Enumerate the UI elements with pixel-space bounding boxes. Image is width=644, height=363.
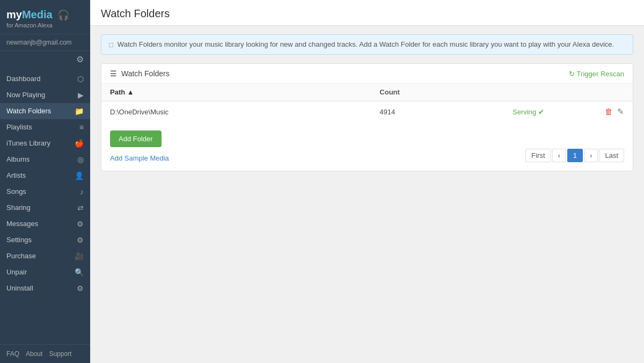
col-path-label: Path	[110, 88, 125, 96]
sidebar-item-icon-albums: ◎	[77, 155, 84, 164]
sidebar-item-label-sharing: Sharing	[6, 204, 77, 212]
sidebar-item-label-artists: Artists	[6, 171, 75, 179]
row-path: D:\OneDrive\Music	[101, 101, 371, 122]
sidebar-item-icon-itunes-library: 🍎	[75, 139, 84, 148]
info-box: □ Watch Folders monitor your music libra…	[101, 34, 633, 55]
sidebar-item-label-now-playing: Now Playing	[6, 91, 78, 99]
pagination-next[interactable]: ›	[584, 149, 598, 162]
sidebar-item-icon-playlists: ≡	[79, 123, 84, 132]
row-actions: 🗑 ✎	[590, 101, 633, 122]
info-folder-icon: □	[109, 41, 113, 49]
settings-adjust-row: ⚙︎	[0, 51, 90, 68]
sidebar-item-label-purchase: Purchase	[6, 252, 75, 260]
sidebar-item-icon-uninstall: ⚙	[77, 284, 84, 293]
col-count-header[interactable]: Count	[371, 84, 504, 101]
add-folder-button[interactable]: Add Folder	[110, 130, 162, 147]
nav-items: Dashboard ⬡ Now Playing ▶ Watch Folders …	[0, 68, 90, 344]
sidebar-item-albums[interactable]: Albums ◎	[0, 151, 90, 168]
footer-support[interactable]: Support	[49, 350, 71, 358]
card-footer-actions: Add Folder Add Sample Media First ‹ 1 › …	[101, 122, 633, 171]
sidebar-item-label-unpair: Unpair	[6, 268, 75, 276]
sidebar-item-playlists[interactable]: Playlists ≡	[0, 119, 90, 135]
logo-media: Media	[22, 9, 53, 20]
sidebar-item-icon-artists: 👤	[75, 171, 84, 180]
user-email: newmanjb@gmail.com	[6, 39, 72, 46]
sidebar-item-label-watch-folders: Watch Folders	[6, 107, 75, 115]
table-row: D:\OneDrive\Music 4914 Serving ✔ 🗑 ✎	[101, 101, 633, 122]
delete-folder-icon[interactable]: 🗑	[605, 107, 613, 117]
info-message: Watch Folders monitor your music library…	[118, 40, 614, 48]
sidebar-item-now-playing[interactable]: Now Playing ▶	[0, 87, 90, 103]
sidebar-item-sharing[interactable]: Sharing ⇄	[0, 200, 90, 216]
footer-about[interactable]: About	[26, 350, 42, 358]
footer-faq[interactable]: FAQ	[6, 350, 19, 358]
page-title: Watch Folders	[101, 8, 633, 20]
content-area: □ Watch Folders monitor your music libra…	[90, 26, 644, 188]
sidebar-item-label-settings: Settings	[6, 236, 77, 244]
sidebar-item-icon-purchase: 🎥	[75, 252, 84, 260]
sidebar-item-label-dashboard: Dashboard	[6, 75, 77, 83]
sidebar-item-icon-unpair: 🔍	[75, 268, 84, 277]
pagination-first[interactable]: First	[525, 149, 551, 162]
logo-area: myMedia 🎧 for Amazon Alexa	[0, 0, 90, 34]
row-status: Serving ✔	[504, 101, 590, 122]
add-sample-media-link[interactable]: Add Sample Media	[110, 154, 169, 162]
row-count: 4914	[371, 101, 504, 122]
sidebar-item-icon-sharing: ⇄	[77, 204, 84, 212]
sidebar-item-itunes-library[interactable]: iTunes Library 🍎	[0, 135, 90, 151]
page-header: Watch Folders	[90, 0, 644, 26]
sidebar-item-icon-settings: ⚙	[77, 236, 84, 244]
add-actions: Add Folder Add Sample Media	[101, 124, 178, 169]
sidebar-item-label-messages: Messages	[6, 220, 77, 228]
sidebar-item-settings[interactable]: Settings ⚙	[0, 232, 90, 248]
serving-badge: Serving ✔	[513, 108, 581, 116]
logo-text: myMedia 🎧 for Amazon Alexa	[6, 9, 69, 28]
sidebar-item-label-itunes-library: iTunes Library	[6, 139, 75, 147]
col-path-header[interactable]: Path ▲	[101, 84, 371, 101]
pagination-current[interactable]: 1	[567, 149, 583, 162]
sidebar-item-watch-folders[interactable]: Watch Folders 📁	[0, 103, 90, 119]
adjust-icon[interactable]: ⚙︎	[76, 54, 84, 64]
trigger-rescan-label: Trigger Rescan	[577, 70, 624, 78]
sidebar-item-icon-messages: ⚙	[77, 220, 84, 228]
logo-subtitle: for Amazon Alexa	[6, 22, 69, 28]
col-count-label: Count	[379, 88, 400, 96]
sidebar-item-dashboard[interactable]: Dashboard ⬡	[0, 71, 90, 87]
main-content: Watch Folders □ Watch Folders monitor yo…	[90, 0, 644, 363]
watch-folders-card: ☰ Watch Folders ↻ Trigger Rescan Path ▲	[101, 63, 633, 171]
card-title: Watch Folders	[121, 69, 170, 78]
sidebar-item-artists[interactable]: Artists 👤	[0, 168, 90, 184]
sidebar-item-messages[interactable]: Messages ⚙	[0, 216, 90, 232]
card-folder-icon: ☰	[110, 69, 117, 78]
rescan-icon: ↻	[569, 70, 575, 78]
sidebar: myMedia 🎧 for Amazon Alexa newmanjb@gmai…	[0, 0, 90, 363]
pagination-last[interactable]: Last	[599, 149, 624, 162]
sidebar-item-icon-now-playing: ▶	[78, 91, 84, 99]
user-area: newmanjb@gmail.com	[0, 34, 90, 51]
col-status-header	[504, 84, 590, 101]
sidebar-item-label-playlists: Playlists	[6, 123, 79, 131]
sidebar-item-icon-watch-folders: 📁	[75, 107, 84, 115]
sidebar-item-purchase[interactable]: Purchase 🎥	[0, 248, 90, 264]
headphones-icon: 🎧	[57, 10, 69, 20]
sidebar-item-label-songs: Songs	[6, 187, 80, 195]
sidebar-item-label-uninstall: Uninstall	[6, 284, 77, 292]
sidebar-item-icon-songs: ♪	[80, 187, 84, 196]
edit-folder-icon[interactable]: ✎	[617, 107, 624, 117]
col-actions-header	[590, 84, 633, 101]
sidebar-item-icon-dashboard: ⬡	[77, 75, 84, 83]
footer-links: FAQ About Support	[0, 344, 90, 363]
card-header: ☰ Watch Folders ↻ Trigger Rescan	[101, 64, 633, 84]
trigger-rescan-btn[interactable]: ↻ Trigger Rescan	[569, 70, 624, 78]
logo-my: my	[6, 9, 22, 20]
sidebar-item-label-albums: Albums	[6, 155, 77, 163]
check-icon: ✔	[538, 108, 544, 116]
watch-folders-table: Path ▲ Count D:\OneDrive\Music 4914	[101, 84, 633, 122]
sort-asc-icon: ▲	[127, 88, 134, 96]
sidebar-item-songs[interactable]: Songs ♪	[0, 184, 90, 200]
pagination: First ‹ 1 › Last	[517, 144, 633, 169]
sidebar-item-unpair[interactable]: Unpair 🔍	[0, 264, 90, 280]
card-header-left: ☰ Watch Folders	[110, 69, 170, 78]
pagination-prev[interactable]: ‹	[552, 149, 566, 162]
sidebar-item-uninstall[interactable]: Uninstall ⚙	[0, 280, 90, 296]
